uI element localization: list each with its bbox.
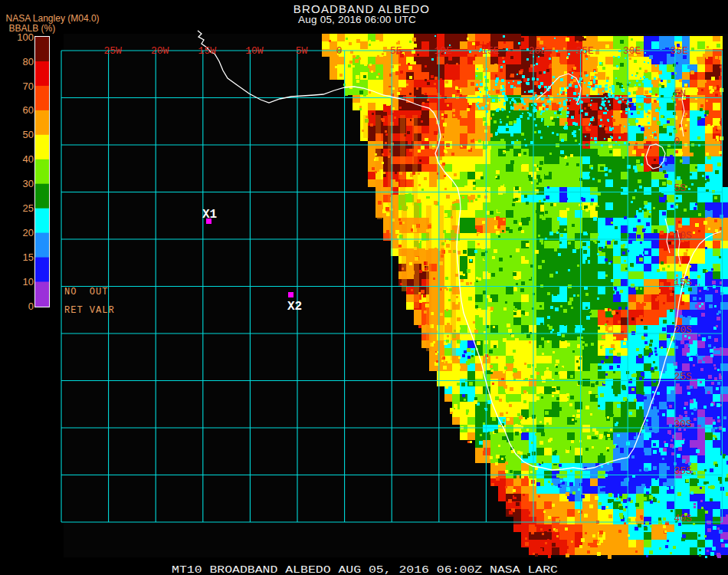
svg-text:20S: 20S <box>674 324 693 336</box>
svg-text:30S: 30S <box>674 419 693 430</box>
svg-text:30E: 30E <box>623 45 641 57</box>
svg-text:10W: 10W <box>245 45 264 57</box>
svg-text:25E: 25E <box>576 45 594 57</box>
svg-text:15S: 15S <box>674 277 693 288</box>
svg-text:80: 80 <box>23 56 34 67</box>
svg-text:10: 10 <box>23 276 34 288</box>
svg-text:60: 60 <box>23 104 34 116</box>
svg-text:40S: 40S <box>674 513 693 524</box>
svg-text:5S: 5S <box>674 182 687 194</box>
svg-text:15E: 15E <box>481 45 500 57</box>
svg-text:35E: 35E <box>671 45 689 57</box>
svg-text:25W: 25W <box>103 45 122 57</box>
svg-text:0: 0 <box>674 136 680 147</box>
svg-text:10E: 10E <box>435 45 453 57</box>
svg-text:NASA Langley (M04.0): NASA Langley (M04.0) <box>6 13 100 24</box>
svg-text:RET VALR: RET VALR <box>64 305 115 316</box>
svg-text:X2: X2 <box>287 300 302 314</box>
svg-text:40: 40 <box>23 153 34 165</box>
svg-text:25S: 25S <box>674 371 693 383</box>
svg-text:0: 0 <box>28 301 34 312</box>
svg-text:30: 30 <box>23 178 34 189</box>
svg-text:BBALB (%): BBALB (%) <box>9 23 56 34</box>
svg-text:50: 50 <box>23 129 34 140</box>
svg-text:5N: 5N <box>674 88 687 100</box>
svg-text:20: 20 <box>23 227 34 238</box>
svg-text:NO OUT: NO OUT <box>64 287 108 297</box>
svg-text:MT10 BROADBAND ALBEDO AUG 0: MT10 BROADBAND ALBEDO AUG 05, 2016 06:00… <box>172 564 558 575</box>
svg-text:20E: 20E <box>529 45 547 57</box>
svg-text:70: 70 <box>23 80 34 92</box>
svg-text:Aug 05, 2016 06:00 UTC: Aug 05, 2016 06:00 UTC <box>298 14 416 25</box>
svg-text:35S: 35S <box>674 465 693 477</box>
svg-text:5W: 5W <box>296 45 308 57</box>
svg-text:15: 15 <box>23 251 34 263</box>
svg-text:15W: 15W <box>198 45 217 57</box>
svg-text:5E: 5E <box>390 45 402 57</box>
svg-text:10S: 10S <box>674 230 693 242</box>
svg-text:25: 25 <box>23 202 34 214</box>
svg-text:0: 0 <box>336 45 343 57</box>
svg-text:20W: 20W <box>151 45 169 57</box>
